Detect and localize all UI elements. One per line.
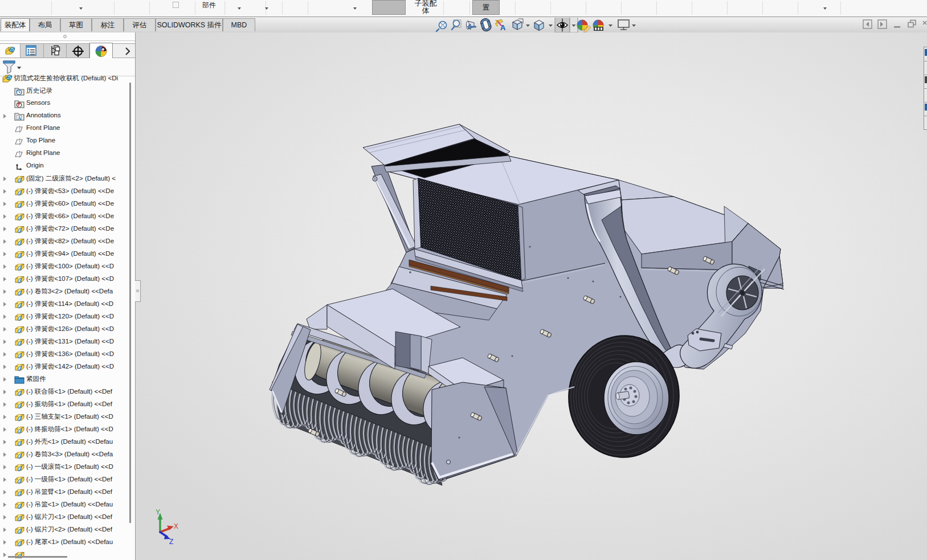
- svg-text:Z: Z: [169, 538, 173, 546]
- svg-text:X: X: [174, 522, 178, 530]
- svg-text:A: A: [500, 23, 506, 32]
- svg-text:Y: Y: [156, 508, 160, 516]
